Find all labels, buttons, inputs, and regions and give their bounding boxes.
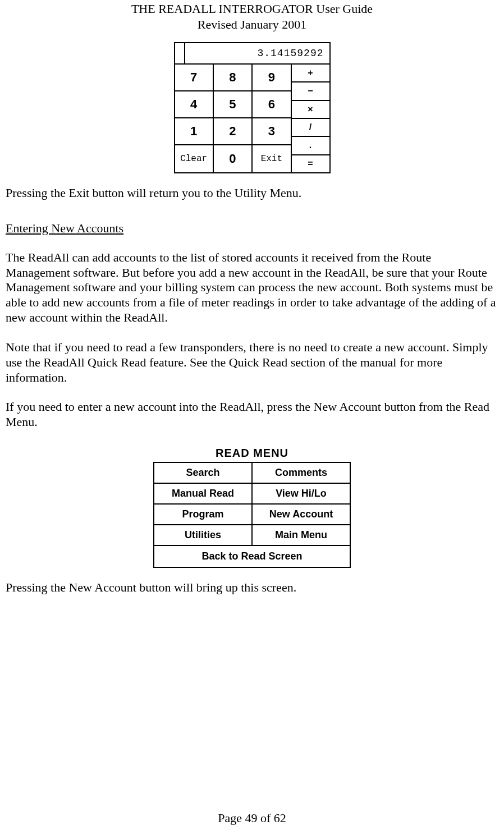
calc-key-4[interactable]: 4 [175,91,214,118]
calculator-figure: 3.14159292 7 8 9 4 5 6 1 2 3 Clear 0 Exi… [174,42,331,173]
calc-key-1[interactable]: 1 [175,118,214,145]
calc-op-multiply[interactable]: × [292,101,329,119]
read-menu-comments-button[interactable]: Comments [253,463,350,483]
read-menu-new-account-button[interactable]: New Account [253,505,350,524]
doc-revised: Revised January 2001 [6,17,498,33]
page-footer: Page 49 of 62 [0,811,504,826]
calc-key-clear[interactable]: Clear [175,145,214,172]
calc-display-gap [175,43,185,63]
read-menu-program-button[interactable]: Program [154,505,253,524]
calc-key-3[interactable]: 3 [253,118,291,145]
read-menu-figure: READ MENU Search Comments Manual Read Vi… [153,447,351,568]
calc-display: 3.14159292 [185,43,329,63]
calc-op-plus[interactable]: + [292,65,329,82]
read-menu-back-button[interactable]: Back to Read Screen [154,546,350,567]
paragraph-exit-note: Pressing the Exit button will return you… [6,186,498,201]
calc-key-5[interactable]: 5 [214,91,253,118]
calc-op-divide[interactable]: / [292,119,329,137]
calc-key-8[interactable]: 8 [214,65,253,91]
calc-key-0[interactable]: 0 [214,145,253,172]
calc-key-7[interactable]: 7 [175,65,214,91]
read-menu-search-button[interactable]: Search [154,463,253,483]
calc-key-exit[interactable]: Exit [253,145,291,172]
calc-op-equals[interactable]: = [292,155,329,172]
read-menu-utilities-button[interactable]: Utilities [154,525,253,545]
calc-op-decimal[interactable]: . [292,137,329,155]
paragraph-intro: The ReadAll can add accounts to the list… [6,250,498,325]
read-menu-manual-read-button[interactable]: Manual Read [154,484,253,503]
paragraph-instruction: If you need to enter a new account into … [6,400,498,430]
read-menu-view-hilo-button[interactable]: View Hi/Lo [253,484,350,503]
doc-title: THE READALL INTERROGATOR User Guide [6,1,498,17]
calc-key-6[interactable]: 6 [253,91,291,118]
paragraph-note: Note that if you need to read a few tran… [6,340,498,385]
read-menu-title: READ MENU [153,447,351,460]
calc-key-9[interactable]: 9 [253,65,291,91]
calc-key-2[interactable]: 2 [214,118,253,145]
read-menu-main-menu-button[interactable]: Main Menu [253,525,350,545]
paragraph-followup: Pressing the New Account button will bri… [6,580,498,595]
calc-op-minus[interactable]: − [292,82,329,100]
section-heading-entering-new-accounts: Entering New Accounts [6,221,498,236]
